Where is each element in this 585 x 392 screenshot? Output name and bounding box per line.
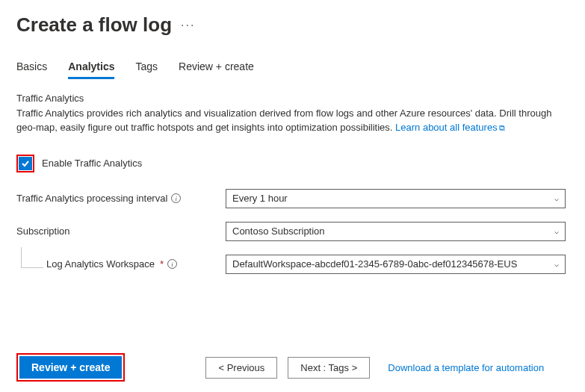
checkbox-label: Enable Traffic Analytics xyxy=(42,158,142,169)
footer: Review + create < Previous Next : Tags >… xyxy=(16,353,569,382)
tab-review-create[interactable]: Review + create xyxy=(179,60,254,79)
required-indicator: * xyxy=(160,258,164,270)
processing-interval-row: Traffic Analytics processing interval i … xyxy=(16,189,569,208)
highlight-border xyxy=(16,155,34,172)
info-icon[interactable]: i xyxy=(171,193,181,203)
next-button[interactable]: Next : Tags > xyxy=(288,357,370,379)
processing-interval-select[interactable]: Every 1 hour ⌵ xyxy=(226,189,566,208)
section-description: Traffic Analytics provides rich analytic… xyxy=(16,107,569,135)
select-value: Every 1 hour xyxy=(232,193,288,204)
workspace-select[interactable]: DefaultWorkspace-abcdef01-2345-6789-0abc… xyxy=(226,255,566,274)
tab-analytics[interactable]: Analytics xyxy=(68,60,114,79)
tab-tags[interactable]: Tags xyxy=(135,60,158,79)
page-title: Create a flow log xyxy=(16,13,172,37)
tabs: Basics Analytics Tags Review + create xyxy=(0,44,585,79)
more-icon[interactable]: ··· xyxy=(181,19,195,32)
content-area: Traffic Analytics Traffic Analytics prov… xyxy=(0,79,585,274)
select-value: Contoso Subscription xyxy=(232,225,325,237)
workspace-row: Log Analytics Workspace* i DefaultWorksp… xyxy=(16,255,569,274)
tab-basics[interactable]: Basics xyxy=(16,60,47,79)
previous-button[interactable]: < Previous xyxy=(205,357,277,379)
chevron-down-icon: ⌵ xyxy=(554,227,559,235)
select-value: DefaultWorkspace-abcdef01-2345-6789-0abc… xyxy=(232,258,517,270)
enable-traffic-analytics-checkbox[interactable] xyxy=(19,157,32,170)
label-text: Traffic Analytics processing interval xyxy=(16,193,167,204)
enable-traffic-analytics-row: Enable Traffic Analytics xyxy=(16,155,569,172)
processing-interval-label: Traffic Analytics processing interval i xyxy=(16,193,226,204)
chevron-down-icon: ⌵ xyxy=(554,260,559,268)
subscription-row: Subscription Contoso Subscription ⌵ xyxy=(16,222,569,241)
page-header: Create a flow log ··· xyxy=(0,0,585,44)
learn-all-features-link[interactable]: Learn about all features xyxy=(395,122,498,133)
check-icon xyxy=(21,159,30,168)
review-create-button[interactable]: Review + create xyxy=(19,356,122,379)
chevron-down-icon: ⌵ xyxy=(554,194,559,202)
external-link-icon: ⧉ xyxy=(499,123,505,132)
subscription-select[interactable]: Contoso Subscription ⌵ xyxy=(226,222,566,241)
download-template-link[interactable]: Download a template for automation xyxy=(388,362,544,373)
info-icon[interactable]: i xyxy=(167,259,177,269)
label-text: Log Analytics Workspace xyxy=(46,258,155,270)
highlight-border: Review + create xyxy=(16,353,125,382)
tree-connector xyxy=(21,247,43,268)
label-text: Subscription xyxy=(16,225,70,237)
workspace-label: Log Analytics Workspace* i xyxy=(46,258,226,270)
subscription-label: Subscription xyxy=(16,225,226,237)
section-title: Traffic Analytics xyxy=(16,93,569,104)
